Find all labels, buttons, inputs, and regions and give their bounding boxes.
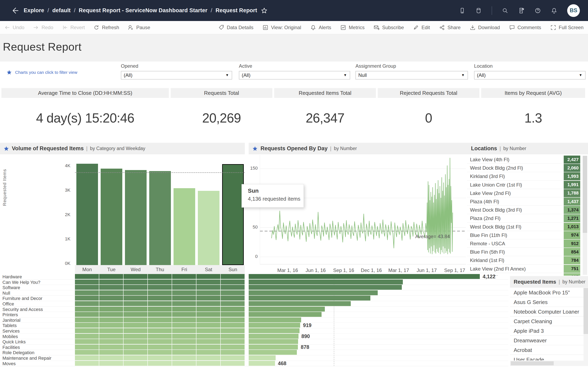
weekday-cell[interactable]	[148, 323, 172, 328]
weekday-cell[interactable]	[196, 355, 221, 360]
weekday-bar-sat[interactable]	[198, 191, 219, 265]
toolbar-button-comments[interactable]: Comments	[509, 25, 541, 31]
category-row-printers[interactable]: Printers	[0, 312, 508, 317]
location-row[interactable]: Lake View (2nd Fl Annex) 751	[467, 265, 581, 273]
weekday-cell[interactable]	[221, 317, 245, 322]
toolbar-button-pause[interactable]: Pause	[128, 25, 150, 31]
category-total-bar[interactable]	[249, 339, 298, 344]
weekday-cell[interactable]	[221, 345, 245, 350]
weekday-cell[interactable]	[196, 285, 221, 290]
category-row-tablets[interactable]: Tablets919	[0, 323, 508, 328]
weekday-cell[interactable]	[123, 307, 148, 312]
weekday-cell[interactable]	[196, 307, 221, 312]
weekday-cell[interactable]	[148, 350, 172, 355]
weekday-cell[interactable]	[196, 301, 221, 306]
location-row[interactable]: Plaza (4th Fl) 1,437	[467, 197, 581, 206]
weekday-cell[interactable]	[196, 312, 221, 317]
weekday-cell[interactable]	[148, 274, 172, 279]
locations-scrollbar-thumb[interactable]	[583, 156, 587, 233]
weekday-cell[interactable]	[172, 334, 196, 339]
weekday-cell[interactable]	[75, 334, 99, 339]
weekday-cell[interactable]	[75, 345, 99, 350]
weekday-cell[interactable]	[172, 307, 196, 312]
toolbar-button-data-details[interactable]: Data Details	[218, 25, 254, 31]
weekday-cell[interactable]	[221, 334, 245, 339]
weekday-cell[interactable]	[75, 355, 99, 360]
help-icon[interactable]	[535, 7, 541, 14]
toolbar-button-refresh[interactable]: Refresh	[93, 25, 119, 31]
requested-items-scrollbar-thumb[interactable]	[584, 288, 588, 334]
search-icon[interactable]	[502, 7, 508, 14]
category-row-janitorial[interactable]: Janitorial	[0, 317, 508, 322]
weekday-cell[interactable]	[75, 301, 99, 306]
category-total-bar[interactable]	[249, 285, 402, 290]
category-total-bar[interactable]	[249, 361, 275, 366]
category-row-services[interactable]: Services	[0, 328, 508, 333]
weekday-cell[interactable]	[221, 312, 245, 317]
category-row-null[interactable]: Null	[0, 290, 508, 295]
weekday-cell[interactable]	[221, 323, 245, 328]
weekday-cell[interactable]	[123, 285, 148, 290]
weekday-cell[interactable]	[99, 274, 123, 279]
category-total-bar[interactable]	[249, 345, 298, 350]
weekday-bar-fri[interactable]	[173, 188, 195, 265]
weekday-cell[interactable]	[99, 312, 123, 317]
weekday-cell[interactable]	[172, 296, 196, 300]
toolbar-button-download[interactable]: Download	[470, 25, 500, 31]
weekday-cell[interactable]	[75, 285, 99, 290]
toolbar-button-full-screen[interactable]: Full Screen	[550, 25, 584, 31]
weekday-cell[interactable]	[148, 290, 172, 295]
weekday-cell[interactable]	[99, 296, 123, 300]
category-total-bar[interactable]	[249, 328, 300, 333]
toolbar-button-view-original[interactable]: View: Original	[262, 25, 301, 31]
weekday-cell[interactable]	[221, 339, 245, 344]
line-chart-plot[interactable]	[249, 155, 467, 266]
weekday-cell[interactable]	[99, 350, 123, 355]
weekday-cell[interactable]	[123, 312, 148, 317]
weekday-cell[interactable]	[196, 280, 221, 284]
location-row[interactable]: Remote - USCA 912	[467, 239, 581, 248]
category-total-bar[interactable]	[249, 274, 480, 279]
weekday-cell[interactable]	[148, 296, 172, 300]
weekday-cell[interactable]	[221, 355, 245, 360]
weekday-cell[interactable]	[196, 345, 221, 350]
requested-items-hscrollbar[interactable]	[510, 361, 588, 366]
weekday-cell[interactable]	[196, 274, 221, 279]
breadcrumb-item[interactable]: Request Report - ServiceNow Dashboard St…	[79, 7, 208, 14]
weekday-cell[interactable]	[75, 361, 99, 366]
weekday-cell[interactable]	[123, 280, 148, 284]
requested-items-hscrollbar-thumb[interactable]	[511, 361, 554, 365]
user-avatar[interactable]: BS	[567, 4, 580, 17]
weekday-cell[interactable]	[148, 355, 172, 360]
requested-item-row[interactable]: Apple iPad 3	[510, 326, 584, 336]
toolbar-button-alerts[interactable]: Alerts	[310, 25, 331, 31]
requested-item-row[interactable]: Asus G Series	[510, 297, 584, 307]
category-total-bar[interactable]	[249, 350, 297, 355]
category-row-role-delegation[interactable]: Role Delegation	[0, 350, 508, 355]
weekday-cell[interactable]	[75, 307, 99, 312]
weekday-bar-wed[interactable]	[125, 170, 147, 265]
category-row-quick-links[interactable]: Quick Links	[0, 339, 508, 344]
weekday-cell[interactable]	[148, 312, 172, 317]
weekday-cell[interactable]	[75, 328, 99, 333]
location-row[interactable]: Blue Fin (11th Fl) 974	[467, 231, 581, 239]
location-row[interactable]: Blue Fin (5th Fl) 854	[467, 248, 581, 256]
weekday-bar-thu[interactable]	[149, 171, 171, 265]
weekday-cell[interactable]	[196, 334, 221, 339]
weekday-cell[interactable]	[123, 350, 148, 355]
location-row[interactable]: Lake View (2nd Fl) 1,788	[467, 189, 581, 197]
weekday-cell[interactable]	[172, 345, 196, 350]
filter-dropdown[interactable]: Null ▼	[355, 71, 468, 80]
requested-item-row[interactable]: User Facade	[510, 355, 584, 360]
weekday-cell[interactable]	[123, 339, 148, 344]
location-row[interactable]: Lake Union Cntr (1st Fl) 1,991	[467, 181, 581, 189]
weekday-cell[interactable]	[75, 280, 99, 284]
weekday-cell[interactable]	[123, 345, 148, 350]
weekday-cell[interactable]	[148, 317, 172, 322]
back-icon[interactable]	[11, 7, 19, 15]
notifications-bell-icon[interactable]	[551, 7, 557, 14]
category-total-bar[interactable]	[249, 290, 378, 295]
favorites-list-icon[interactable]	[518, 7, 525, 14]
weekday-cell[interactable]	[148, 285, 172, 290]
weekday-bar-mon[interactable]	[76, 164, 98, 265]
